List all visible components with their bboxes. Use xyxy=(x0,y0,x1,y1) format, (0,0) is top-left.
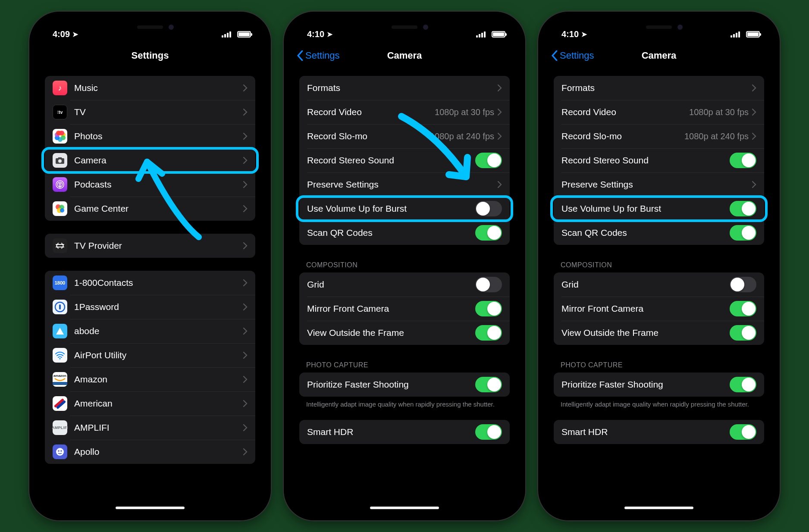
cellular-icon xyxy=(222,31,231,38)
row-airport-utility[interactable]: AirPort Utility xyxy=(45,343,255,367)
row-view-outside-frame[interactable]: View Outside the Frame xyxy=(299,321,510,345)
home-indicator[interactable] xyxy=(370,507,439,509)
row-tv-provider[interactable]: TV Provider xyxy=(45,234,255,258)
row-formats[interactable]: Formats xyxy=(554,76,764,100)
settings-list[interactable]: ♪ Music tv TV xyxy=(37,68,263,513)
cellular-icon xyxy=(731,31,740,38)
row-stereo-sound[interactable]: Record Stereo Sound xyxy=(299,148,510,172)
row-label: Amazon xyxy=(74,374,243,385)
row-abode[interactable]: abode xyxy=(45,319,255,343)
row-grid[interactable]: Grid xyxy=(554,272,764,297)
notch xyxy=(100,19,200,35)
row-label: AMPLIFI xyxy=(74,422,243,433)
row-smart-hdr[interactable]: Smart HDR xyxy=(554,420,764,444)
phone-frame-1: 4:09➤ Settings ♪ Music tv TV xyxy=(29,12,271,520)
section-footer: Intelligently adapt image quality when r… xyxy=(546,397,772,412)
status-time: 4:10 xyxy=(561,29,579,39)
row-record-video[interactable]: Record Video 1080p at 30 fps xyxy=(554,100,764,124)
camera-settings-list[interactable]: Formats Record Video 1080p at 30 fps Rec… xyxy=(292,68,517,513)
toggle-burst[interactable] xyxy=(475,201,502,216)
toggle-burst[interactable] xyxy=(730,201,756,216)
home-indicator[interactable] xyxy=(116,507,185,509)
app-icon xyxy=(53,300,67,314)
row-label: Prioritize Faster Shooting xyxy=(561,379,730,390)
section-header-composition: COMPOSITION xyxy=(546,257,772,272)
row-label: American xyxy=(74,398,243,409)
toggle-smart-hdr[interactable] xyxy=(730,424,756,440)
app-icon xyxy=(53,444,67,459)
toggle-stereo[interactable] xyxy=(730,153,756,168)
row-1password[interactable]: 1Password xyxy=(45,295,255,319)
toggle-grid[interactable] xyxy=(475,277,502,292)
toggle-outside[interactable] xyxy=(475,325,502,341)
page-title: Camera xyxy=(387,50,422,61)
row-stereo-sound[interactable]: Record Stereo Sound xyxy=(554,148,764,172)
toggle-grid[interactable] xyxy=(730,277,756,292)
chevron-right-icon xyxy=(243,133,248,140)
row-music[interactable]: ♪ Music xyxy=(45,76,255,100)
toggle-mirror[interactable] xyxy=(730,301,756,316)
row-volume-up-burst[interactable]: Use Volume Up for Burst xyxy=(554,197,764,221)
toggle-stereo[interactable] xyxy=(475,153,502,168)
back-button[interactable]: Settings xyxy=(551,50,594,61)
toggle-smart-hdr[interactable] xyxy=(475,424,502,440)
toggle-mirror[interactable] xyxy=(475,301,502,316)
battery-icon xyxy=(237,31,251,38)
toggle-qr[interactable] xyxy=(475,225,502,241)
row-smart-hdr[interactable]: Smart HDR xyxy=(299,420,510,444)
row-amplifi[interactable]: AMPLIFI AMPLIFI xyxy=(45,416,255,440)
row-view-outside-frame[interactable]: View Outside the Frame xyxy=(554,321,764,345)
row-preserve-settings[interactable]: Preserve Settings xyxy=(554,172,764,197)
row-label: Record Stereo Sound xyxy=(561,155,730,166)
row-volume-up-burst[interactable]: Use Volume Up for Burst xyxy=(299,197,510,221)
row-label: TV xyxy=(74,107,243,117)
row-scan-qr[interactable]: Scan QR Codes xyxy=(554,221,764,245)
row-label: Music xyxy=(74,83,243,93)
back-button[interactable]: Settings xyxy=(297,50,340,61)
row-label: Photos xyxy=(74,131,243,141)
row-detail: 1080p at 240 fps xyxy=(684,131,749,141)
row-1800contacts[interactable]: 1800 1-800Contacts xyxy=(45,271,255,295)
row-record-slomo[interactable]: Record Slo-mo 1080p at 240 fps xyxy=(299,124,510,148)
row-american[interactable]: American xyxy=(45,391,255,416)
toggle-outside[interactable] xyxy=(730,325,756,341)
app-icon xyxy=(53,324,67,338)
toggle-prioritize[interactable] xyxy=(730,377,756,392)
status-time: 4:09 xyxy=(53,29,70,39)
svg-point-12 xyxy=(60,450,62,452)
row-tv[interactable]: tv TV xyxy=(45,100,255,124)
row-scan-qr[interactable]: Scan QR Codes xyxy=(299,221,510,245)
row-label: Use Volume Up for Burst xyxy=(561,203,730,214)
row-label: Apollo xyxy=(74,447,243,457)
toggle-prioritize[interactable] xyxy=(475,377,502,392)
row-label: Formats xyxy=(561,83,752,93)
row-photos[interactable]: Photos xyxy=(45,124,255,148)
row-camera[interactable]: Camera xyxy=(45,148,255,172)
row-record-slomo[interactable]: Record Slo-mo 1080p at 240 fps xyxy=(554,124,764,148)
chevron-right-icon xyxy=(243,242,248,249)
row-formats[interactable]: Formats xyxy=(299,76,510,100)
location-icon: ➤ xyxy=(72,30,78,38)
home-indicator[interactable] xyxy=(624,507,693,509)
row-mirror-front[interactable]: Mirror Front Camera xyxy=(554,297,764,321)
back-label: Settings xyxy=(560,50,594,61)
row-mirror-front[interactable]: Mirror Front Camera xyxy=(299,297,510,321)
row-label: Mirror Front Camera xyxy=(561,304,730,314)
row-podcasts[interactable]: Podcasts xyxy=(45,172,255,197)
row-record-video[interactable]: Record Video 1080p at 30 fps xyxy=(299,100,510,124)
row-amazon[interactable]: amazon Amazon xyxy=(45,367,255,391)
row-label: Prioritize Faster Shooting xyxy=(307,379,475,390)
row-label: Record Stereo Sound xyxy=(307,155,475,166)
row-grid[interactable]: Grid xyxy=(299,272,510,297)
row-prioritize-faster[interactable]: Prioritize Faster Shooting xyxy=(554,372,764,397)
row-preserve-settings[interactable]: Preserve Settings xyxy=(299,172,510,197)
toggle-qr[interactable] xyxy=(730,225,756,241)
row-apollo[interactable]: Apollo xyxy=(45,440,255,464)
row-prioritize-faster[interactable]: Prioritize Faster Shooting xyxy=(299,372,510,397)
screen-1: 4:09➤ Settings ♪ Music tv TV xyxy=(37,19,263,513)
tv-provider-icon xyxy=(53,238,67,253)
camera-settings-list[interactable]: Formats Record Video 1080p at 30 fps Rec… xyxy=(546,68,772,513)
chevron-right-icon xyxy=(243,279,248,286)
row-game-center[interactable]: Game Center xyxy=(45,197,255,221)
notch xyxy=(355,19,454,35)
